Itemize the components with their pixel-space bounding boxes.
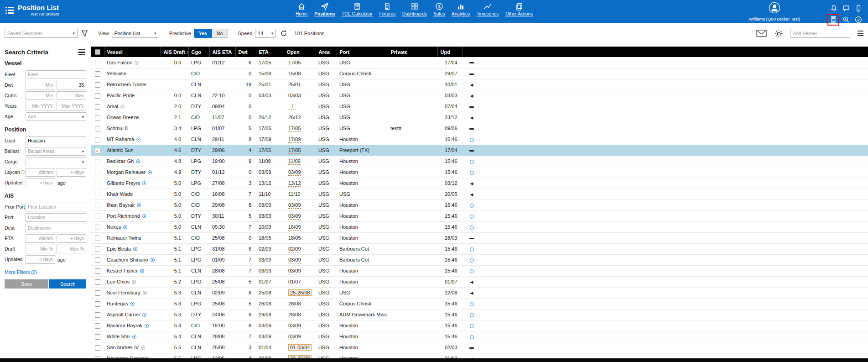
- cell-vessel[interactable]: Epic Beata: [104, 243, 161, 254]
- age-select[interactable]: Age ▾: [26, 112, 86, 121]
- cell-vessel[interactable]: Gilberto Freyre: [104, 178, 161, 189]
- table-row[interactable]: MT Rahama4.0CLN29/11817/0917/09USGHousto…: [91, 134, 868, 145]
- years-min-input[interactable]: [26, 102, 55, 110]
- save-button[interactable]: Save: [5, 279, 48, 289]
- cell-open[interactable]: 01/07: [284, 276, 316, 287]
- check-circle-icon[interactable]: [855, 16, 862, 23]
- app-menu-icon[interactable]: [5, 7, 14, 14]
- table-row[interactable]: Ilhan Bayrak5.0C/D29/08803/0903/09USGHou…: [91, 199, 868, 210]
- table-row[interactable]: Eco Chios5.2LPG25/08501/0701/07USGHousto…: [91, 276, 868, 287]
- calculator-toolbar-icon[interactable]: [830, 16, 837, 23]
- cell-vessel[interactable]: Kestrel Fisher: [104, 265, 161, 276]
- col-private[interactable]: Private: [388, 47, 437, 57]
- cell-vessel[interactable]: Amal: [104, 101, 161, 112]
- table-row[interactable]: Gas Falcon0.0LPG01/12617/0517/05USGUSG17…: [91, 57, 868, 68]
- row-checkbox[interactable]: [95, 345, 100, 351]
- select-all-checkbox[interactable]: [95, 49, 100, 55]
- row-checkbox[interactable]: [95, 192, 100, 197]
- row-checkbox[interactable]: [95, 323, 100, 329]
- row-checkbox[interactable]: [95, 60, 100, 65]
- ais-eta-date-input[interactable]: [26, 234, 55, 243]
- table-row[interactable]: White Star5.4CLN28/08703/0903/09USGHoust…: [91, 331, 868, 342]
- table-row[interactable]: Basaran Bayrak5.4C/D19:00803/0903/09USGH…: [91, 320, 868, 331]
- cargo-select[interactable]: ▾: [26, 157, 86, 166]
- saved-searches-select[interactable]: Saved Searches ▾: [5, 29, 78, 38]
- table-row[interactable]: Amal2.0DTY09/040--/--USGUSG07/04: [91, 101, 868, 112]
- col-ais-draft[interactable]: AIS Draft↑: [161, 47, 188, 57]
- table-row[interactable]: Navigator Genesis5.5LPG13/05429/0922-27/…: [91, 353, 868, 358]
- col-eta[interactable]: ETA: [256, 47, 284, 57]
- mobile-icon[interactable]: [855, 5, 862, 12]
- cell-open[interactable]: 02/09: [284, 243, 316, 254]
- cell-open[interactable]: 03/09: [284, 210, 316, 221]
- cell-vessel[interactable]: Morgan Reinauer: [104, 167, 161, 178]
- cell-open[interactable]: 03/09: [284, 167, 316, 178]
- cell-vessel[interactable]: Yellowfin: [104, 68, 161, 79]
- view-select[interactable]: Position List ▾: [112, 29, 159, 38]
- row-checkbox[interactable]: [95, 159, 100, 164]
- row-checkbox[interactable]: [95, 115, 100, 121]
- cell-vessel[interactable]: Scot Flensburg: [104, 287, 161, 298]
- cell-open[interactable]: 28/08: [284, 309, 316, 320]
- cell-open[interactable]: 03/09: [284, 254, 316, 265]
- cell-vessel[interactable]: Atlantic Sun: [104, 145, 161, 156]
- table-row[interactable]: Khair Wade5.0C/D16/08711/1011/10USGUSG20…: [91, 189, 868, 199]
- cell-open[interactable]: 18/05: [284, 232, 316, 243]
- draft-min-input[interactable]: [26, 245, 55, 253]
- cell-vessel[interactable]: Ilhan Bayrak: [104, 199, 161, 210]
- cell-vessel[interactable]: Besiktas Gh: [104, 156, 161, 167]
- cell-open[interactable]: 17/05: [284, 145, 316, 156]
- table-row[interactable]: YellowfinC/D015/0815/08USGCorpus Christi…: [91, 68, 868, 79]
- dest-input[interactable]: [26, 224, 86, 232]
- ais-updated-input[interactable]: [26, 255, 55, 264]
- cell-vessel[interactable]: Navigator Genesis: [104, 353, 161, 358]
- cubic-min-input[interactable]: [26, 91, 55, 100]
- cell-open[interactable]: 17/05: [284, 123, 316, 134]
- cell-vessel[interactable]: Gaschem Shinano: [104, 254, 161, 265]
- table-row[interactable]: ✓Atlantic Sun4.6DTY29/06417/0517/05USGFr…: [91, 145, 868, 156]
- table-row[interactable]: Nexus5.0CLN09:30716/0916/09USGHouston15:…: [91, 221, 868, 232]
- row-checkbox[interactable]: [95, 312, 100, 318]
- refresh-button[interactable]: [280, 29, 288, 37]
- table-row[interactable]: Besiktas Gh4.8LPG19:00911/0911/09USGHous…: [91, 156, 868, 167]
- cell-open[interactable]: --/--: [284, 101, 316, 112]
- bell-icon[interactable]: [830, 5, 837, 12]
- dwt-max-input[interactable]: [57, 81, 86, 89]
- col-cgo[interactable]: Cgo: [188, 47, 209, 57]
- row-checkbox[interactable]: [95, 247, 100, 252]
- cell-vessel[interactable]: White Star: [104, 331, 161, 342]
- messages-icon[interactable]: [842, 5, 850, 12]
- row-checkbox[interactable]: [95, 279, 100, 285]
- predictive-yes-button[interactable]: Yes: [194, 29, 212, 38]
- row-checkbox[interactable]: [95, 104, 100, 110]
- cell-open[interactable]: 17/09: [284, 134, 316, 145]
- table-row[interactable]: Gaschem Shinano5.1LPG01/09703/0903/09USG…: [91, 254, 868, 265]
- row-checkbox[interactable]: [95, 257, 100, 263]
- zoom-in-icon[interactable]: [842, 16, 850, 23]
- laycan-days-input[interactable]: [57, 168, 86, 177]
- row-checkbox[interactable]: [95, 225, 100, 230]
- row-checkbox[interactable]: [95, 214, 100, 219]
- cell-vessel[interactable]: Eco Chios: [104, 276, 161, 287]
- row-checkbox[interactable]: [95, 137, 100, 142]
- cell-vessel[interactable]: Ocean Breeze: [104, 112, 161, 123]
- cell-vessel[interactable]: Gas Falcon: [104, 57, 161, 68]
- speed-select[interactable]: 14 ▾: [255, 29, 276, 38]
- row-checkbox[interactable]: [95, 268, 100, 274]
- row-checkbox[interactable]: [95, 71, 100, 77]
- cell-vessel[interactable]: Nexus: [104, 221, 161, 232]
- nav-dashboards[interactable]: Dashboards: [402, 2, 427, 16]
- cell-open[interactable]: 16/09: [284, 221, 316, 232]
- col-upd[interactable]: Upd: [437, 47, 463, 57]
- user-account[interactable]: Williams (Q88 Broker Test): [736, 2, 813, 21]
- cubic-max-input[interactable]: [57, 91, 86, 100]
- cell-open[interactable]: 03/03: [284, 90, 316, 101]
- col-port[interactable]: Port: [337, 47, 388, 57]
- cell-vessel[interactable]: Basaran Bayrak: [104, 320, 161, 331]
- nav-home[interactable]: Home: [296, 2, 308, 16]
- dwt-min-input[interactable]: [26, 81, 55, 89]
- row-checkbox[interactable]: [95, 82, 100, 88]
- cell-vessel[interactable]: Asphalt Carrier: [104, 309, 161, 320]
- col-vessel[interactable]: Vessel: [104, 47, 161, 57]
- cell-open[interactable]: 25-26/08: [284, 287, 316, 298]
